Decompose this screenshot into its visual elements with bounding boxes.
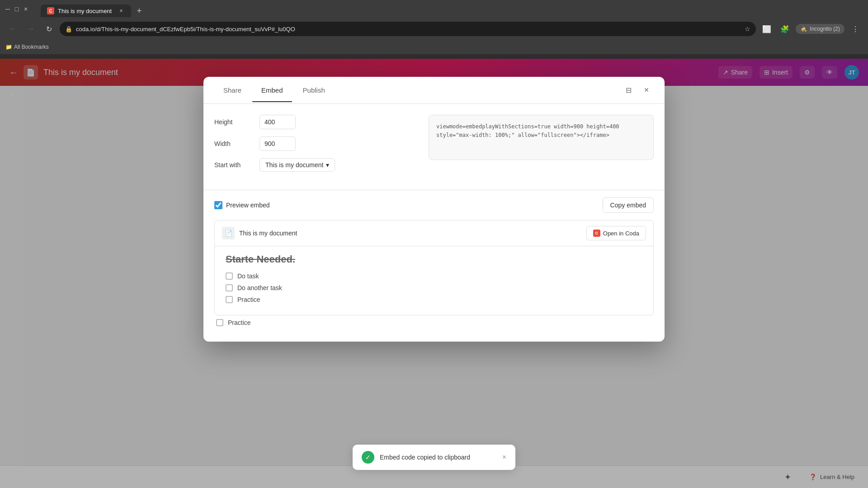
- modal-tabs: Share Embed Publish: [214, 78, 621, 102]
- preview-embed-toggle[interactable]: Preview embed: [214, 201, 270, 209]
- task-checkbox-3[interactable]: [226, 296, 233, 303]
- modal-close-button[interactable]: ×: [639, 83, 654, 98]
- toast-message: Embed code copied to clipboard: [380, 454, 497, 461]
- modal-overlay: Share Embed Publish ⊟ × Height: [0, 59, 868, 488]
- width-input[interactable]: [259, 136, 296, 151]
- back-button[interactable]: ←: [5, 22, 20, 36]
- task-checkbox-1[interactable]: [226, 272, 233, 280]
- incognito-icon: 🕵: [800, 26, 807, 32]
- maximize-button[interactable]: □: [14, 6, 20, 12]
- toast-close-button[interactable]: ×: [502, 453, 506, 461]
- extension-button[interactable]: 🧩: [778, 22, 792, 36]
- embed-doc-info: 📄 This is my document: [222, 227, 297, 239]
- modal-header: Share Embed Publish ⊟ ×: [203, 77, 665, 104]
- toolbar-actions: ⬜ 🧩 🕵 Incognito (2) ⋮: [760, 22, 863, 36]
- task-item-1: Do task: [226, 272, 642, 280]
- task-checkbox-2[interactable]: [226, 284, 233, 291]
- task-item-3: Practice: [226, 296, 642, 303]
- forward-button[interactable]: →: [24, 22, 38, 36]
- embed-doc-icon: 📄: [222, 227, 235, 239]
- browser-toolbar: ← → ↻ 🔒 coda.io/d/This-is-my-document_dC…: [0, 18, 868, 40]
- task-label-4: Practice: [228, 319, 251, 326]
- app-content: ← 📄 This is my document ↗ Share ⊞ Insert…: [0, 59, 868, 488]
- task-label-1: Do task: [237, 272, 259, 280]
- start-with-label: Start with: [214, 161, 259, 169]
- embed-code-block[interactable]: viewmode=embedplayWithSections=true widt…: [429, 115, 654, 160]
- height-input[interactable]: [259, 115, 296, 129]
- tab-title: This is my document: [58, 8, 112, 14]
- browser-titlebar: ─ □ × C This is my document × +: [0, 0, 868, 18]
- start-with-select[interactable]: This is my document ▾: [259, 158, 335, 172]
- folder-icon: 📁: [5, 44, 12, 50]
- task-label-3: Practice: [237, 296, 260, 303]
- window-controls: ─ □ ×: [5, 6, 29, 12]
- address-bar[interactable]: 🔒 coda.io/d/This-is-my-document_dCEzfwEp…: [60, 22, 756, 36]
- bookmarks-bar: 📁 All Bookmarks: [0, 40, 868, 54]
- height-field-row: Height: [214, 115, 418, 129]
- copy-embed-button[interactable]: Copy embed: [603, 197, 654, 213]
- address-text: coda.io/d/This-is-my-document_dCEzfwEpb5…: [76, 26, 741, 33]
- tab-publish[interactable]: Publish: [294, 78, 334, 102]
- close-button[interactable]: ×: [23, 6, 29, 12]
- embed-preview-frame: 📄 This is my document C Open in Coda Sta…: [214, 220, 654, 315]
- tab-favicon-icon: C: [47, 7, 54, 14]
- height-label: Height: [214, 118, 259, 126]
- toast-success-icon: ✓: [362, 451, 374, 464]
- task-item-2: Do another task: [226, 284, 642, 291]
- modal-form-section: Height Width Start with This is my docum…: [214, 115, 418, 179]
- content-heading: Starte Needed.: [226, 253, 642, 265]
- new-tab-button[interactable]: +: [133, 5, 146, 17]
- tab-share[interactable]: Share: [214, 78, 250, 102]
- modal-header-actions: ⊟ ×: [621, 83, 654, 98]
- incognito-badge: 🕵 Incognito (2): [796, 24, 844, 34]
- coda-small-icon: C: [593, 230, 600, 237]
- open-in-coda-button[interactable]: C Open in Coda: [586, 226, 646, 240]
- width-field-row: Width: [214, 136, 418, 151]
- bookmark-star-icon[interactable]: ☆: [745, 25, 750, 33]
- embed-doc-title: This is my document: [239, 230, 297, 237]
- preview-embed-label: Preview embed: [226, 202, 270, 209]
- task-item-4: Practice: [214, 315, 654, 330]
- code-block-section: viewmode=embedplayWithSections=true widt…: [429, 115, 654, 179]
- task-label-2: Do another task: [237, 284, 282, 291]
- browser-tab-active[interactable]: C This is my document ×: [41, 5, 131, 17]
- modal-body: Height Width Start with This is my docum…: [203, 104, 665, 190]
- toast-notification: ✓ Embed code copied to clipboard ×: [353, 445, 515, 470]
- bookmarks-folder[interactable]: 📁 All Bookmarks: [5, 44, 49, 50]
- tab-close-button[interactable]: ×: [118, 7, 125, 14]
- minimize-button[interactable]: ─: [5, 6, 11, 12]
- secure-icon: 🔒: [65, 26, 72, 33]
- preview-section: Preview embed Copy embed 📄 This is my do…: [203, 190, 665, 342]
- chevron-down-icon: ▾: [326, 161, 329, 169]
- width-label: Width: [214, 140, 259, 147]
- bookmarks-label: All Bookmarks: [14, 44, 49, 50]
- share-embed-modal: Share Embed Publish ⊟ × Height: [203, 77, 665, 342]
- modal-settings-icon[interactable]: ⊟: [621, 83, 636, 98]
- start-with-value: This is my document: [265, 161, 323, 169]
- embed-doc-content: Starte Needed. Do task Do another task P…: [215, 246, 653, 315]
- cast-button[interactable]: ⬜: [760, 22, 774, 36]
- tab-embed[interactable]: Embed: [252, 78, 292, 102]
- menu-button[interactable]: ⋮: [848, 22, 863, 36]
- browser-chrome: ─ □ × C This is my document × + ← → ↻ 🔒 …: [0, 0, 868, 59]
- start-with-field-row: Start with This is my document ▾: [214, 158, 418, 172]
- embed-preview-header: 📄 This is my document C Open in Coda: [215, 221, 653, 246]
- preview-header: Preview embed Copy embed: [214, 197, 654, 213]
- preview-embed-checkbox[interactable]: [214, 201, 222, 209]
- open-in-coda-label: Open in Coda: [603, 230, 639, 237]
- task-checkbox-4[interactable]: [216, 319, 223, 326]
- incognito-label: Incognito (2): [810, 26, 840, 32]
- refresh-button[interactable]: ↻: [42, 22, 56, 36]
- browser-tabs: C This is my document × +: [37, 1, 149, 17]
